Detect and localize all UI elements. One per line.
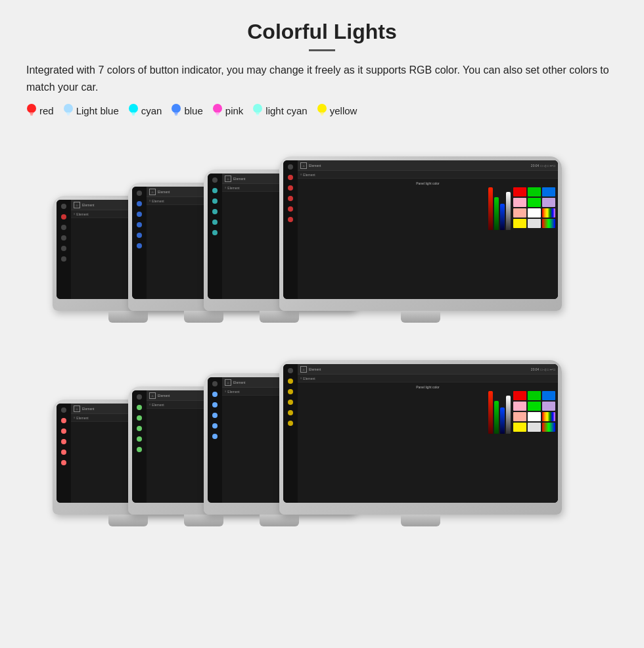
white-bar <box>506 192 511 230</box>
color-bars-b <box>488 391 511 434</box>
palette-rainbow[interactable] <box>542 208 555 218</box>
svg-point-9 <box>172 104 181 113</box>
sidebar-icon <box>137 243 142 248</box>
palette-b-salmon[interactable] <box>513 412 526 421</box>
palette-b-white[interactable] <box>528 412 541 421</box>
device-card-b4: ⌂ Element 20:04 □ ◁ □ ↩ □ ≡ Element Pane… <box>279 360 562 515</box>
topbar-icons: 20:04 □ ◁ □ ↩ □ <box>531 367 555 371</box>
device-stand-b4 <box>401 515 440 526</box>
sidebar-icon <box>137 212 142 217</box>
palette-b-multi[interactable] <box>542 423 555 432</box>
sidebar-icon <box>137 415 142 421</box>
palette-b-green[interactable] <box>528 391 541 400</box>
sidebar-icon <box>61 225 66 230</box>
svg-rect-14 <box>216 114 219 116</box>
sidebar-icon <box>212 413 218 418</box>
red-bar-b <box>488 391 493 434</box>
palette-blue[interactable] <box>542 187 555 197</box>
device-stand <box>260 311 299 323</box>
palette-lgreen[interactable] <box>528 198 541 207</box>
palette-multi[interactable] <box>542 219 555 228</box>
sidebar-icon <box>61 428 66 434</box>
sidebar-icon <box>137 436 142 442</box>
subbar-title: Element <box>303 173 315 177</box>
palette-lgray[interactable] <box>528 219 541 228</box>
palette-b-pink[interactable] <box>513 402 526 411</box>
device-sidebar-b4 <box>283 364 298 503</box>
home-icon: ⌂ <box>225 379 231 386</box>
menu-icon: ≡ <box>74 416 75 419</box>
svg-rect-13 <box>216 112 219 114</box>
palette-green[interactable] <box>528 187 541 197</box>
home-icon: ⌂ <box>225 175 231 182</box>
subbar-title: Element <box>76 416 88 420</box>
svg-point-18 <box>317 104 327 113</box>
device-subbar: ≡ Element <box>298 375 558 382</box>
svg-rect-10 <box>175 112 178 114</box>
device-stand <box>108 515 148 526</box>
color-label-red: red <box>39 105 54 116</box>
palette-b-lgray[interactable] <box>528 423 541 432</box>
palette-b-yellow[interactable] <box>513 423 526 432</box>
sidebar-icon <box>288 400 293 405</box>
sidebar-icon <box>288 389 293 394</box>
svg-rect-8 <box>132 114 135 116</box>
device-sidebar-b3 <box>208 377 222 503</box>
palette-red[interactable] <box>513 187 526 197</box>
blue-bar <box>500 204 505 230</box>
subbar-title: Element <box>152 403 164 407</box>
device-card-4: ⌂ Element 20:04 □ ◁ □ ↩ □ ≡ Element Pane… <box>279 156 562 311</box>
topbar-title: Element <box>309 367 529 371</box>
bulb-icon-yellow <box>317 103 327 118</box>
time-display: 20:04 <box>531 367 540 371</box>
sidebar-icon <box>212 198 218 204</box>
sidebar-icon <box>288 379 293 384</box>
description-text: Integrated with 7 colors of button indic… <box>26 62 618 95</box>
palette-white[interactable] <box>528 208 541 218</box>
sidebar-icon <box>61 214 66 220</box>
sidebar-icon <box>61 460 66 465</box>
palette-yellow[interactable] <box>513 219 526 228</box>
palette-b-rainbow[interactable] <box>542 412 555 421</box>
sidebar-icon <box>288 164 293 170</box>
topbar-title: Element <box>309 164 529 168</box>
palette-b-red[interactable] <box>513 391 526 400</box>
sidebar-icon <box>137 201 142 206</box>
home-icon: ⌂ <box>300 162 307 169</box>
svg-rect-7 <box>131 112 135 114</box>
palette-salmon[interactable] <box>513 208 526 218</box>
sidebar-icon <box>61 450 66 455</box>
sidebar-icon <box>288 421 293 426</box>
sidebar-icon <box>212 381 218 386</box>
palette-b-blue[interactable] <box>542 391 555 400</box>
home-icon: ⌂ <box>74 405 80 412</box>
palette-b-lpurple[interactable] <box>542 402 555 411</box>
device-stand <box>184 515 223 526</box>
device-subbar: ≡ Element <box>298 171 558 179</box>
menu-icon: ≡ <box>225 186 226 189</box>
sidebar-icon <box>137 447 142 452</box>
color-palette-b <box>513 391 555 432</box>
sidebar-icon <box>61 418 66 423</box>
palette-lpurple[interactable] <box>542 198 555 207</box>
time-display: 20:04 <box>531 164 540 168</box>
color-item-blue: blue <box>171 103 202 118</box>
svg-rect-5 <box>67 114 70 116</box>
color-bars <box>488 187 511 230</box>
bulb-icon-red <box>26 103 37 118</box>
color-item-cyan: cyan <box>128 103 162 118</box>
palette-b-lgreen[interactable] <box>528 402 541 411</box>
sidebar-icon <box>288 368 293 373</box>
palette-pink[interactable] <box>513 198 526 207</box>
bulb-icon-lightcyan <box>252 103 263 118</box>
svg-point-15 <box>253 104 262 113</box>
device-main-4: ⌂ Element 20:04 □ ◁ □ ↩ □ ≡ Element Pane… <box>298 160 558 299</box>
svg-rect-19 <box>320 112 323 114</box>
svg-point-0 <box>27 104 36 113</box>
device-sidebar-1 <box>57 200 71 299</box>
page-title: Colorful Lights <box>26 20 618 44</box>
menu-icon: ≡ <box>225 390 226 393</box>
svg-point-6 <box>129 104 138 113</box>
color-item-yellow: yellow <box>317 103 357 118</box>
device-topbar: ⌂ Element 20:04 □ ◁ □ ↩ □ <box>298 364 558 375</box>
